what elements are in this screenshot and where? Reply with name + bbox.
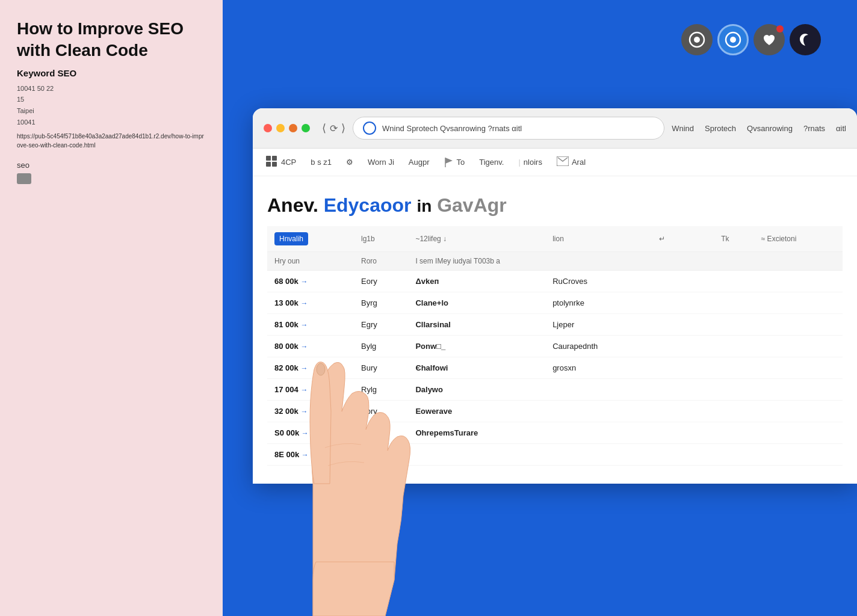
table-row: 82 00k → Bury Єhalfowi grosxn bbox=[267, 357, 843, 379]
heading-part4: GavAgr bbox=[437, 194, 507, 216]
keyword-label: Keyword SEO bbox=[17, 68, 206, 78]
pipe-icon: | bbox=[518, 158, 520, 167]
row-empty2 bbox=[688, 336, 714, 357]
browser-toolbar: ⟨ ⟳ ⟩ Wnind Sprotech Qvsanrowing ?rnats … bbox=[253, 108, 857, 149]
address-bar[interactable]: Wnind Sprotech Qvsanrowing ?rnats αitl bbox=[353, 117, 664, 140]
row-empty1 bbox=[652, 336, 688, 357]
row-num: 81 00k → bbox=[267, 314, 354, 336]
subnav-te-label: To bbox=[457, 158, 465, 167]
table-subheader-row: Hry oun Roro I sem IMey iudyai T003b a bbox=[267, 252, 843, 271]
row-empty1 bbox=[652, 271, 688, 292]
browser-dots bbox=[264, 124, 310, 132]
row-col2: Bylg bbox=[354, 336, 408, 357]
toolbar-nav-items: Wnind Sprotech Qvsanrowing ?rnats αitl bbox=[672, 124, 846, 133]
row-col4: RuCroves bbox=[545, 271, 652, 292]
sub-nav: 4CP b s z1 ⚙ Worn Ji Augpr To bbox=[253, 149, 857, 176]
row-col4: ptolynrke bbox=[545, 292, 652, 314]
nav-arrows: ⟨ ⟳ ⟩ bbox=[322, 122, 345, 135]
subnav-worrndi[interactable]: Worn Ji bbox=[368, 158, 394, 167]
svg-rect-4 bbox=[266, 156, 271, 161]
arrow-icon: → bbox=[302, 429, 309, 437]
subnav-te[interactable]: To bbox=[444, 157, 465, 168]
row-col3: Δvkеп bbox=[408, 271, 545, 292]
row-empty3 bbox=[714, 271, 754, 292]
article-title: How to Improve SEO with Clean Code bbox=[17, 18, 206, 62]
row-col2: Byrg bbox=[354, 292, 408, 314]
close-dot[interactable] bbox=[264, 124, 272, 132]
nav-mats[interactable]: ?rnats bbox=[803, 124, 825, 133]
arrow-icon: → bbox=[300, 277, 308, 286]
row-num: 32 00k → bbox=[267, 401, 354, 422]
row-num: 82 00k → bbox=[267, 357, 354, 379]
minimize-dot[interactable] bbox=[276, 124, 285, 132]
row-empty3 bbox=[714, 314, 754, 336]
nav-wnind[interactable]: Wnind bbox=[672, 124, 694, 133]
subnav-4cp[interactable]: 4CP bbox=[265, 155, 296, 170]
subnav-nloirs[interactable]: | nloirs bbox=[518, 158, 542, 167]
page-heading: Anev. Edycaoor in GavAgr bbox=[267, 194, 843, 217]
subnav-aral-label: Aral bbox=[572, 158, 586, 167]
subnav-augpr[interactable]: Augpr bbox=[409, 158, 430, 167]
icon-heart-red[interactable] bbox=[753, 24, 785, 55]
table-header-row: Hnvalih lg1b ~12lifeg ↓ lion ↵ Tk ≈ Exci… bbox=[267, 226, 843, 252]
icon-eye-blue[interactable] bbox=[717, 24, 749, 55]
th-enter: ↵ bbox=[652, 226, 688, 252]
top-icons-row bbox=[681, 24, 821, 55]
icon-dark[interactable] bbox=[790, 24, 821, 55]
nav-αitl[interactable]: αitl bbox=[836, 124, 846, 133]
nav-sprotech[interactable]: Sprotech bbox=[705, 124, 736, 133]
maximize-dot[interactable] bbox=[302, 124, 310, 132]
row-col4 bbox=[545, 444, 652, 466]
subh-hryoun: Hry oun bbox=[267, 252, 354, 271]
table-row: 32 00k → Bory Eowerave bbox=[267, 401, 843, 422]
svg-rect-7 bbox=[272, 162, 277, 167]
row-empty2 bbox=[688, 444, 714, 466]
row-col4: grosxn bbox=[545, 357, 652, 379]
icon-eye-gray[interactable] bbox=[681, 24, 713, 55]
subnav-nloirs-label: nloirs bbox=[524, 158, 542, 167]
row-num: 13 00k → bbox=[267, 292, 354, 314]
row-empty4 bbox=[754, 271, 843, 292]
meta-line4: 10041 bbox=[17, 117, 206, 128]
row-empty3 bbox=[714, 401, 754, 422]
subnav-aral[interactable]: Aral bbox=[557, 156, 586, 168]
row-empty1 bbox=[652, 422, 688, 444]
row-empty1 bbox=[652, 357, 688, 379]
meta-info: 10041 50 22 15 Taipei 10041 bbox=[17, 83, 206, 128]
browser-logo-circle bbox=[363, 122, 376, 135]
row-empty1 bbox=[652, 401, 688, 422]
subnav-gear[interactable]: ⚙ bbox=[346, 158, 353, 167]
row-num: 68 00k → bbox=[267, 271, 354, 292]
row-empty2 bbox=[688, 422, 714, 444]
subnav-tigenv[interactable]: Tigenv. bbox=[479, 158, 504, 167]
row-col4 bbox=[545, 379, 652, 401]
table-row: 13 00k → Byrg Clane+lo ptolynrke bbox=[267, 292, 843, 314]
row-empty4 bbox=[754, 444, 843, 466]
svg-rect-5 bbox=[272, 156, 277, 161]
subnav-worrndi-label: Worn Ji bbox=[368, 158, 394, 167]
row-col2: Nilly bbox=[354, 422, 408, 444]
subnav-4cp-label: 4CP bbox=[281, 158, 296, 167]
th-12lifeg: ~12lifeg ↓ bbox=[408, 226, 545, 252]
row-col3: Cllarsinal bbox=[408, 314, 545, 336]
row-empty1 bbox=[652, 444, 688, 466]
subnav-bsz[interactable]: b s z1 bbox=[311, 158, 332, 167]
seo-icon bbox=[17, 173, 31, 184]
row-empty3 bbox=[714, 422, 754, 444]
table-row: 80 00k → Bylg Ponw□_ Caurapednth bbox=[267, 336, 843, 357]
back-icon[interactable]: ⟨ bbox=[322, 122, 326, 135]
row-empty1 bbox=[652, 314, 688, 336]
th-tk2: Tk bbox=[714, 226, 754, 252]
nav-qvs[interactable]: Qvsanrowing bbox=[747, 124, 793, 133]
heading-part2: Edycaoor bbox=[324, 194, 412, 216]
table-row: S0 00k → Nilly OhrepemsTurare bbox=[267, 422, 843, 444]
row-empty2 bbox=[688, 271, 714, 292]
orange-dot[interactable] bbox=[289, 124, 297, 132]
table-row: 68 00k → Eory Δvkеп RuCroves bbox=[267, 271, 843, 292]
arrow-icon: → bbox=[300, 321, 308, 329]
forward-icon[interactable]: ⟩ bbox=[341, 122, 345, 135]
refresh-icon[interactable]: ⟳ bbox=[330, 123, 338, 134]
arrow-icon: → bbox=[302, 451, 309, 459]
row-empty4 bbox=[754, 401, 843, 422]
row-col2: Bury bbox=[354, 357, 408, 379]
